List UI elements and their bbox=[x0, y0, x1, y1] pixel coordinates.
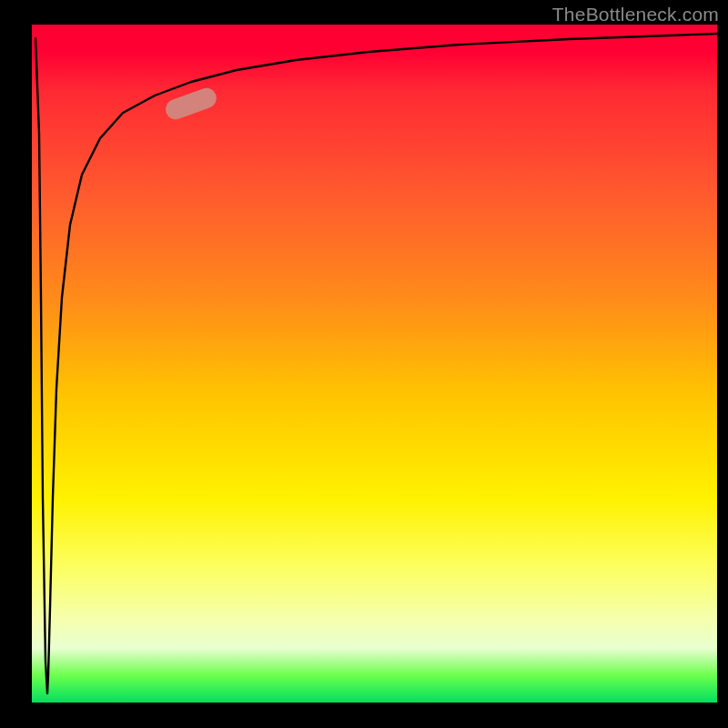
highlight-segment bbox=[163, 86, 219, 123]
watermark-text: TheBottleneck.com bbox=[552, 4, 719, 25]
bottleneck-curve bbox=[35, 34, 717, 693]
chart-frame: TheBottleneck.com bbox=[0, 0, 728, 728]
svg-rect-0 bbox=[163, 86, 219, 123]
chart-overlay bbox=[32, 25, 717, 703]
